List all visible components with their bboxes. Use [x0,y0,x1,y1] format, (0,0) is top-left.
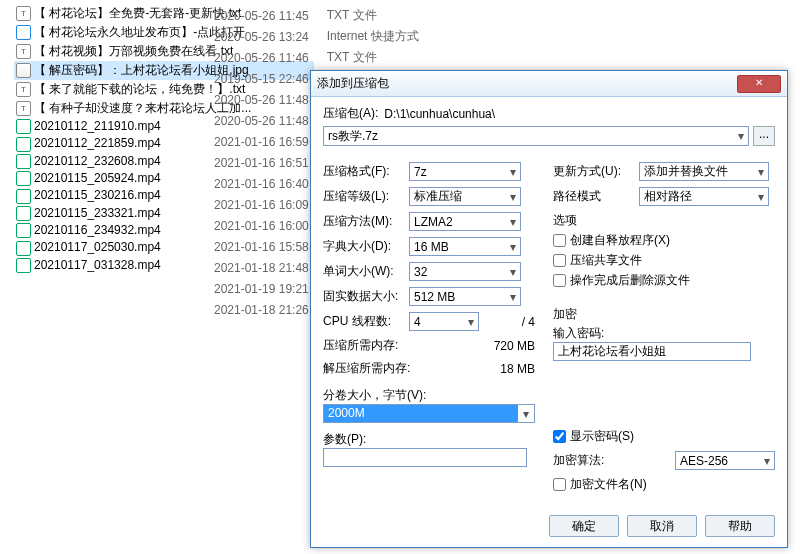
params-input[interactable] [323,448,527,467]
decompress-mem-label: 解压缩所需内存: [323,360,443,377]
ie-icon [16,25,31,40]
mp4-icon [16,171,31,186]
dict-select[interactable]: 16 MB▾ [409,237,521,256]
file-name: 20210112_232608.mp4 [34,154,161,168]
update-label: 更新方式(U): [553,163,639,180]
encrypt-names-checkbox[interactable]: 加密文件名(N) [553,476,775,493]
params-label: 参数(P): [323,431,535,448]
file-date: 2020-05-26 13:24 [212,27,311,46]
password-label: 输入密码: [553,325,775,342]
mp4-icon [16,223,31,238]
file-type: TXT 文件 [313,48,421,67]
method-select[interactable]: LZMA2▾ [409,212,521,231]
split-label: 分卷大小，字节(V): [323,387,535,404]
add-to-archive-dialog: 添加到压缩包 ✕ 压缩包(A): D:\1\cunhua\cunhua\ rs教… [310,70,788,548]
show-password-checkbox[interactable]: 显示密码(S) [553,428,775,445]
file-type: Internet 快捷方式 [313,27,421,46]
file-name: 20210115_205924.mp4 [34,171,161,185]
dialog-titlebar[interactable]: 添加到压缩包 ✕ [311,71,787,97]
txt-icon [16,82,31,97]
file-name: 20210117_025030.mp4 [34,240,161,254]
mp4-icon [16,137,31,152]
file-date: 2020-05-26 11:48 [212,111,311,130]
update-select[interactable]: 添加并替换文件▾ [639,162,769,181]
file-name: 20210112_221859.mp4 [34,136,161,150]
close-button[interactable]: ✕ [737,75,781,93]
compress-mem-label: 压缩所需内存: [323,337,443,354]
file-date: 2020-05-26 11:46 [212,48,311,67]
chevron-down-icon[interactable]: ▾ [510,240,516,254]
file-type: TXT 文件 [313,6,421,25]
level-select[interactable]: 标准压缩▾ [409,187,521,206]
word-select[interactable]: 32▾ [409,262,521,281]
chevron-down-icon[interactable]: ▾ [510,265,516,279]
mp4-icon [16,241,31,256]
password-input[interactable]: 上村花论坛看小姐姐 [553,342,751,361]
method-label: 压缩方法(M): [323,213,409,230]
file-name: 20210115_230216.mp4 [34,188,161,202]
chevron-down-icon[interactable]: ▾ [468,315,474,329]
ok-button[interactable]: 确定 [549,515,619,537]
txt-icon [16,6,31,21]
txt-icon [16,44,31,59]
path-label: 路径模式 [553,188,639,205]
right-column: 更新方式(U):添加并替换文件▾ 路径模式相对路径▾ 选项 创建自释放程序(X)… [553,156,775,496]
mp4-icon [16,154,31,169]
threads-total: / 4 [522,315,535,329]
split-size-input[interactable]: 2000M ▾ [323,404,535,423]
threads-label: CPU 线程数: [323,313,409,330]
dict-label: 字典大小(D): [323,238,409,255]
file-date: 2021-01-16 16:51 [212,153,311,172]
txt-icon [16,101,31,116]
cancel-button[interactable]: 取消 [627,515,697,537]
path-select[interactable]: 相对路径▾ [639,187,769,206]
mp4-icon [16,119,31,134]
archive-path: D:\1\cunhua\cunhua\ [384,107,495,121]
encrypt-title: 加密 [553,306,775,323]
help-button[interactable]: 帮助 [705,515,775,537]
decompress-mem-value: 18 MB [500,362,535,376]
chevron-down-icon[interactable]: ▾ [518,407,534,421]
chevron-down-icon[interactable]: ▾ [738,129,744,143]
solid-label: 固实数据大小: [323,288,409,305]
file-name: 20210112_211910.mp4 [34,119,161,133]
browse-button[interactable]: ... [753,126,775,146]
algo-select[interactable]: AES-256▾ [675,451,775,470]
format-label: 压缩格式(F): [323,163,409,180]
file-date: 2021-01-16 15:58 [212,237,311,256]
file-date: 2021-01-18 21:48 [212,258,311,277]
options-title: 选项 [553,212,775,229]
file-date: 2021-01-19 19:21 [212,279,311,298]
solid-select[interactable]: 512 MB▾ [409,287,521,306]
share-checkbox[interactable]: 压缩共享文件 [553,252,775,269]
file-name: 【 村花视频】万部视频免费在线看.txt [34,44,233,58]
mp4-icon [16,189,31,204]
chevron-down-icon[interactable]: ▾ [510,190,516,204]
file-date: 2021-01-16 16:40 [212,174,311,193]
chevron-down-icon[interactable]: ▾ [510,165,516,179]
chevron-down-icon[interactable]: ▾ [510,215,516,229]
level-label: 压缩等级(L): [323,188,409,205]
archive-name-value: rs教学.7z [328,128,378,145]
mp4-icon [16,258,31,273]
threads-select[interactable]: 4▾ [409,312,479,331]
word-label: 单词大小(W): [323,263,409,280]
sfx-checkbox[interactable]: 创建自释放程序(X) [553,232,775,249]
format-select[interactable]: 7z▾ [409,162,521,181]
file-name: 20210117_031328.mp4 [34,258,161,272]
file-date: 2020-05-26 11:45 [212,6,311,25]
chevron-down-icon[interactable]: ▾ [764,454,770,468]
archive-name-input[interactable]: rs教学.7z ▾ [323,126,749,146]
dialog-title: 添加到压缩包 [317,75,389,92]
file-date: 2021-01-18 21:26 [212,300,311,319]
file-date: 2020-05-26 11:48 [212,90,311,109]
file-date: 2021-01-16 16:09 [212,195,311,214]
algo-label: 加密算法: [553,452,639,469]
chevron-down-icon[interactable]: ▾ [758,165,764,179]
archive-label: 压缩包(A): [323,105,378,122]
delete-checkbox[interactable]: 操作完成后删除源文件 [553,272,775,289]
chevron-down-icon[interactable]: ▾ [510,290,516,304]
file-name: 20210116_234932.mp4 [34,223,161,237]
chevron-down-icon[interactable]: ▾ [758,190,764,204]
jpg-icon [16,63,31,78]
